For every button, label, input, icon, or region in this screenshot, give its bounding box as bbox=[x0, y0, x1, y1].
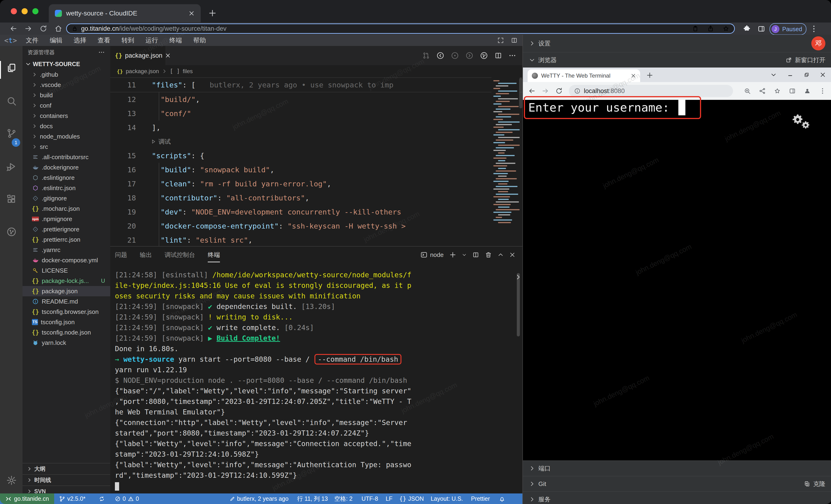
file-README.md[interactable]: README.md bbox=[23, 296, 110, 307]
file-yarn.lock[interactable]: yarn.lock bbox=[23, 337, 110, 348]
reload-icon[interactable] bbox=[555, 87, 563, 95]
section-browser[interactable]: 浏览器 新窗口打开 bbox=[523, 52, 831, 67]
file-.npmignore[interactable]: npm.npmignore bbox=[23, 214, 110, 224]
menu-3[interactable]: 查看 bbox=[92, 36, 116, 45]
folder-conf[interactable]: conf bbox=[23, 100, 110, 111]
maximize-panel-icon[interactable] bbox=[497, 252, 504, 258]
menu-4[interactable]: 转到 bbox=[116, 36, 140, 45]
section-ports[interactable]: 端口 bbox=[523, 461, 831, 476]
chevron-down-icon[interactable] bbox=[771, 72, 777, 78]
new-tab-button[interactable] bbox=[208, 9, 217, 17]
browser-profile[interactable]: J Paused bbox=[770, 23, 806, 35]
section-services[interactable]: 服务 bbox=[523, 491, 831, 504]
minimize-icon[interactable] bbox=[787, 71, 794, 78]
file-.all-contributorsrc[interactable]: .all-contributorsrc bbox=[23, 152, 110, 162]
menu-6[interactable]: 终端 bbox=[164, 36, 188, 45]
restore-window-icon[interactable] bbox=[804, 72, 809, 78]
embedded-address-bar[interactable]: localhost:8080 bbox=[569, 85, 733, 97]
file-.mocharc.json[interactable]: {}.mocharc.json bbox=[23, 204, 110, 214]
file-.dockerignore[interactable]: .dockerignore bbox=[23, 162, 110, 173]
folder-containers[interactable]: containers bbox=[23, 111, 110, 121]
browser-menu-icon[interactable] bbox=[809, 24, 818, 33]
layout-icon[interactable] bbox=[511, 37, 518, 44]
browser-tab[interactable]: wetty-source - CloudIDE bbox=[49, 4, 201, 23]
code-editor[interactable]: 11 "files": [butlerx, 2 years ago • use … bbox=[110, 77, 522, 246]
back-icon[interactable] bbox=[9, 25, 17, 33]
address-bar[interactable]: go.titanide.cn/ide/web/coding/wetty-sour… bbox=[66, 24, 735, 34]
search-icon[interactable] bbox=[6, 96, 17, 107]
split-terminal-icon[interactable] bbox=[472, 251, 479, 258]
editor-tab-package-json[interactable]: {} package.json bbox=[110, 46, 166, 65]
editor-more-icon[interactable] bbox=[508, 52, 516, 60]
home-icon[interactable] bbox=[54, 25, 62, 33]
file-.prettierignore[interactable]: .prettierignore bbox=[23, 224, 110, 234]
status-notifications-bell[interactable] bbox=[499, 494, 505, 504]
panel-tab-终端[interactable]: 终端 bbox=[208, 251, 220, 259]
user-avatar[interactable]: 邓 bbox=[811, 36, 825, 51]
terminal-shell-select[interactable]: node bbox=[420, 251, 443, 259]
profile-icon[interactable] bbox=[804, 87, 811, 94]
pull-request-icon[interactable] bbox=[422, 52, 430, 60]
status-blame[interactable]: butlerx, 2 years ago bbox=[230, 494, 289, 504]
code-line-20[interactable]: 20 "docker-compose-entrypoint": "ssh-key… bbox=[110, 219, 522, 233]
new-terminal-icon[interactable] bbox=[449, 251, 456, 258]
status-cursor-position[interactable]: 行 11, 列 13 bbox=[297, 494, 328, 504]
section-git[interactable]: Git 克隆 bbox=[523, 476, 831, 491]
remote-indicator[interactable]: go.titanide.cn bbox=[0, 494, 54, 504]
bookmark-star-icon[interactable] bbox=[722, 25, 729, 32]
sidebar-section-时间线[interactable]: 时间线 bbox=[23, 474, 110, 485]
status-problems[interactable]: 00 bbox=[115, 494, 139, 504]
previous-change-icon[interactable] bbox=[436, 51, 445, 60]
file-package-lock.js...[interactable]: {}package-lock.js...U bbox=[23, 276, 110, 286]
status-eol[interactable]: LF bbox=[386, 494, 393, 504]
menu-dots-icon[interactable] bbox=[819, 87, 826, 95]
clone-button[interactable]: 克隆 bbox=[813, 480, 825, 488]
embedded-new-tab-icon[interactable] bbox=[646, 72, 653, 79]
folder-.vscode[interactable]: .vscode bbox=[23, 80, 110, 90]
window-close-button[interactable] bbox=[11, 8, 17, 14]
settings-gear-icon[interactable] bbox=[6, 475, 17, 486]
code-line-15[interactable]: 15 "scripts": { bbox=[110, 149, 522, 163]
menu-0[interactable]: 文件 bbox=[20, 36, 44, 45]
folder-build[interactable]: build bbox=[23, 90, 110, 100]
sidebar-section-SVN[interactable]: SVN bbox=[23, 485, 110, 494]
panel-expand-chevron-icon[interactable] bbox=[515, 274, 521, 280]
status-sync[interactable] bbox=[99, 494, 105, 504]
wetty-terminal[interactable]: Enter your username: bbox=[523, 100, 831, 461]
extensions-puzzle-icon[interactable] bbox=[743, 25, 751, 33]
terminal-scrollbar[interactable] bbox=[517, 273, 520, 336]
clipboard-icon[interactable] bbox=[692, 25, 699, 32]
file-tsconfig.browser.json[interactable]: {}tsconfig.browser.json bbox=[23, 307, 110, 317]
file-.eslintignore[interactable]: .eslintignore bbox=[23, 173, 110, 183]
code-line-11[interactable]: 11 "files": [butlerx, 2 years ago • use … bbox=[110, 77, 522, 92]
close-icon[interactable] bbox=[820, 72, 826, 78]
run-debug-icon[interactable] bbox=[6, 161, 17, 172]
breadcrumb-file[interactable]: package.json bbox=[126, 68, 159, 75]
file-.eslintrc.json[interactable]: .eslintrc.json bbox=[23, 183, 110, 193]
code-line-19[interactable]: 19 "dev": "NODE_ENV=development concurre… bbox=[110, 205, 522, 219]
code-line-16[interactable]: 16 "build": "snowpack build", bbox=[110, 163, 522, 177]
file-tsconfig.node.json[interactable]: {}tsconfig.node.json bbox=[23, 327, 110, 337]
reload-icon[interactable] bbox=[39, 25, 47, 33]
status-language[interactable]: {}JSON bbox=[399, 494, 424, 504]
menu-1[interactable]: 编辑 bbox=[44, 36, 68, 45]
panel-tab-调试控制台[interactable]: 调试控制台 bbox=[165, 251, 195, 259]
folder-src[interactable]: src bbox=[23, 142, 110, 152]
status-formatter[interactable]: Prettier bbox=[471, 494, 490, 504]
file-LICENSE[interactable]: LICENSE bbox=[23, 265, 110, 276]
project-root[interactable]: WETTY-SOURCE bbox=[23, 59, 110, 69]
file-.gitignore[interactable]: .gitignore bbox=[23, 193, 110, 204]
browser-sidepanel-icon[interactable] bbox=[757, 25, 765, 33]
menu-7[interactable]: 帮助 bbox=[188, 36, 211, 45]
code-line-13[interactable]: 13 "conf/" bbox=[110, 107, 522, 120]
split-editor-icon[interactable] bbox=[494, 52, 502, 60]
file-package.json[interactable]: {}package.json bbox=[23, 286, 110, 296]
tab-close-icon[interactable] bbox=[189, 10, 195, 17]
sidebar-section-大纲[interactable]: 大纲 bbox=[23, 463, 110, 474]
kill-terminal-icon[interactable] bbox=[485, 251, 492, 258]
side-panel-icon[interactable] bbox=[789, 87, 796, 94]
forward-icon[interactable] bbox=[24, 25, 32, 33]
wetty-settings-gears-icon[interactable] bbox=[792, 114, 804, 126]
codelens-debug[interactable]: 调试 bbox=[110, 135, 522, 149]
wetty-browser-tab[interactable]: WeTTY - The Web Terminal bbox=[527, 69, 640, 82]
